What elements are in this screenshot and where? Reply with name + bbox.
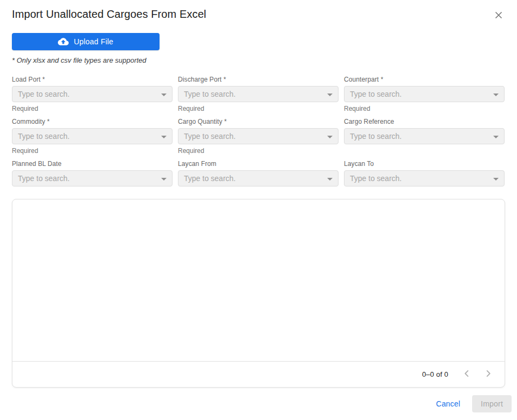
laycan-to-hint [344,189,505,196]
cargo-quantity-select[interactable] [178,128,339,144]
laycan-to-select[interactable] [344,170,505,186]
dropdown-arrow-icon[interactable] [493,94,499,96]
dropdown-arrow-icon[interactable] [161,136,167,138]
form-field-commodity: Commodity * Required [12,118,173,155]
discharge-port-input[interactable] [178,86,338,102]
dropdown-arrow-icon[interactable] [327,94,333,96]
cargo-form-grid: Load Port * Required Discharge Port * Re… [0,64,517,196]
file-types-note: * Only xlsx and csv file types are suppo… [12,56,505,64]
commodity-select[interactable] [12,128,173,144]
cancel-button[interactable]: Cancel [427,395,469,412]
dialog-header: Import Unallocated Cargoes From Excel [0,0,517,22]
form-field-counterpart: Counterpart * Required [344,76,505,112]
dropdown-arrow-icon[interactable] [161,178,167,181]
cargo-reference-select[interactable] [344,128,505,144]
discharge-port-hint: Required [178,105,339,112]
planned-bl-date-select[interactable] [12,170,173,186]
dropdown-arrow-icon[interactable] [493,136,499,138]
planned-bl-date-input[interactable] [12,171,172,186]
form-field-discharge-port: Discharge Port * Required [178,76,339,112]
load-port-input[interactable] [12,86,172,102]
chevron-right-icon [482,368,494,381]
form-field-laycan-to: Laycan To [344,160,505,196]
dropdown-arrow-icon[interactable] [327,136,333,138]
commodity-hint: Required [12,147,173,155]
counterpart-input[interactable] [344,86,504,102]
planned-bl-date-label: Planned BL Date [12,160,173,168]
pagination-range-label: 0–0 of 0 [422,370,448,378]
discharge-port-label: Discharge Port * [178,76,339,83]
laycan-to-input[interactable] [344,171,504,186]
dialog-actions: Cancel Import [0,388,517,420]
cargo-quantity-hint: Required [178,147,339,155]
dropdown-arrow-icon[interactable] [327,178,333,181]
import-button[interactable]: Import [472,395,512,412]
dropdown-arrow-icon[interactable] [161,94,167,96]
counterpart-label: Counterpart * [344,76,505,83]
import-cargoes-dialog: Import Unallocated Cargoes From Excel Up… [0,0,517,420]
laycan-from-hint [178,189,339,196]
counterpart-hint: Required [344,105,505,112]
chevron-left-icon [461,368,473,381]
commodity-input[interactable] [12,129,172,144]
form-field-cargo-quantity: Cargo Quantity * Required [178,118,339,155]
close-button[interactable] [492,9,505,22]
load-port-label: Load Port * [12,76,173,83]
cargoes-table-panel: 0–0 of 0 [12,199,505,388]
previous-page-button[interactable] [456,363,478,385]
cargoes-table-empty-body [12,199,505,361]
next-page-button[interactable] [478,363,499,385]
counterpart-select[interactable] [344,86,505,102]
close-icon [494,11,503,21]
table-pagination: 0–0 of 0 [12,361,505,387]
cargo-quantity-input[interactable] [178,129,338,144]
load-port-select[interactable] [12,86,173,102]
laycan-from-label: Laycan From [178,160,339,168]
dropdown-arrow-icon[interactable] [493,178,499,181]
cargo-quantity-label: Cargo Quantity * [178,118,339,125]
cloud-upload-icon [58,36,69,47]
form-field-planned-bl-date: Planned BL Date [12,160,173,196]
load-port-hint: Required [12,105,173,112]
laycan-from-input[interactable] [178,171,338,186]
upload-section: Upload File * Only xlsx and csv file typ… [0,22,517,64]
cargo-reference-hint [344,147,505,154]
form-field-cargo-reference: Cargo Reference [344,118,505,155]
discharge-port-select[interactable] [178,86,339,102]
dialog-title: Import Unallocated Cargoes From Excel [12,8,206,21]
form-field-load-port: Load Port * Required [12,76,173,112]
laycan-from-select[interactable] [178,170,339,186]
commodity-label: Commodity * [12,118,173,125]
cargo-reference-input[interactable] [344,129,504,144]
form-field-laycan-from: Laycan From [178,160,339,196]
planned-bl-date-hint [12,189,173,196]
upload-file-button[interactable]: Upload File [12,33,160,50]
laycan-to-label: Laycan To [344,160,505,168]
upload-file-label: Upload File [74,37,113,46]
cargo-reference-label: Cargo Reference [344,118,505,125]
